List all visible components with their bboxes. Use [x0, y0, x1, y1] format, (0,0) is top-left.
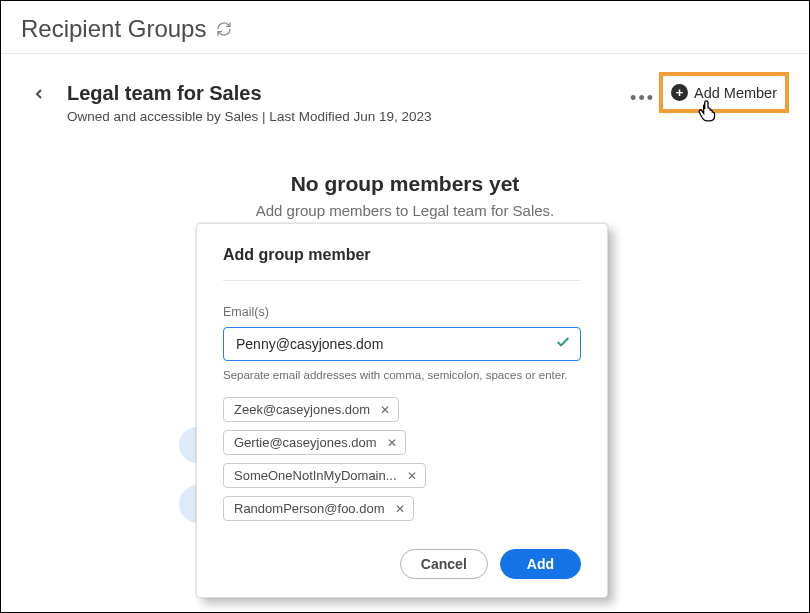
- email-chips: Zeek@caseyjones.dom ✕ Gertie@caseyjones.…: [223, 397, 581, 521]
- add-member-wrap: + Add Member: [669, 82, 779, 103]
- empty-state: No group members yet Add group members t…: [1, 172, 809, 219]
- chip-remove-icon[interactable]: ✕: [395, 502, 405, 516]
- page-title-row: Recipient Groups: [1, 1, 809, 54]
- divider: [223, 280, 581, 281]
- email-chip[interactable]: Zeek@caseyjones.dom ✕: [223, 397, 399, 422]
- more-options-button[interactable]: •••: [630, 88, 655, 109]
- email-chip[interactable]: RandomPerson@foo.dom ✕: [223, 496, 414, 521]
- chip-text: SomeOneNotInMyDomain...: [234, 468, 397, 483]
- add-member-button[interactable]: + Add Member: [669, 82, 779, 103]
- email-field-label: Email(s): [223, 305, 581, 319]
- back-button[interactable]: [31, 86, 47, 106]
- modal-title: Add group member: [223, 246, 581, 264]
- chip-remove-icon[interactable]: ✕: [407, 469, 417, 483]
- page-title: Recipient Groups: [21, 15, 206, 43]
- chip-text: Gertie@caseyjones.dom: [234, 435, 377, 450]
- group-title-block: Legal team for Sales Owned and accessibl…: [67, 82, 431, 124]
- group-title: Legal team for Sales: [67, 82, 431, 105]
- group-header: Legal team for Sales Owned and accessibl…: [1, 54, 809, 124]
- chip-text: Zeek@caseyjones.dom: [234, 402, 370, 417]
- add-member-label: Add Member: [694, 85, 777, 101]
- refresh-icon[interactable]: [216, 21, 232, 37]
- chip-remove-icon[interactable]: ✕: [380, 403, 390, 417]
- email-input-wrap: [223, 327, 581, 361]
- modal-footer: Cancel Add: [223, 549, 581, 579]
- plus-icon: +: [671, 84, 688, 101]
- email-input[interactable]: [223, 327, 581, 361]
- email-chip[interactable]: Gertie@caseyjones.dom ✕: [223, 430, 406, 455]
- cancel-button[interactable]: Cancel: [400, 549, 488, 579]
- email-hint: Separate email addresses with comma, sem…: [223, 369, 581, 381]
- check-icon: [555, 334, 571, 354]
- group-meta: Owned and accessible by Sales | Last Mod…: [67, 109, 431, 124]
- empty-subtitle: Add group members to Legal team for Sale…: [1, 202, 809, 219]
- add-button[interactable]: Add: [500, 549, 581, 579]
- email-chip[interactable]: SomeOneNotInMyDomain... ✕: [223, 463, 426, 488]
- chip-text: RandomPerson@foo.dom: [234, 501, 385, 516]
- add-member-modal: Add group member Email(s) Separate email…: [196, 223, 608, 598]
- chip-remove-icon[interactable]: ✕: [387, 436, 397, 450]
- empty-title: No group members yet: [1, 172, 809, 196]
